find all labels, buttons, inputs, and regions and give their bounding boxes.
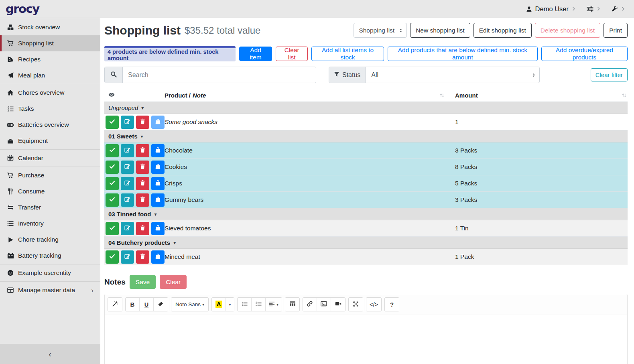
- main-content: Shopping list $35.52 total value Shoppin…: [100, 18, 634, 364]
- group-label: Ungrouped: [108, 104, 138, 111]
- print-button[interactable]: Print: [604, 23, 628, 38]
- sidebar-item-equipment[interactable]: Equipment: [0, 133, 100, 149]
- new-shopping-list-button[interactable]: New shopping list: [410, 23, 470, 38]
- sidebar-item-calendar[interactable]: Calendar: [0, 150, 100, 166]
- font-color-caret-button[interactable]: ▾: [226, 298, 234, 311]
- status-select[interactable]: All: [366, 67, 539, 83]
- row-add-to-stock-button[interactable]: [151, 177, 165, 190]
- product-column-header[interactable]: Product / Note: [165, 92, 450, 99]
- ordered-list-button[interactable]: [252, 298, 266, 311]
- sidebar-item-label: Consume: [18, 188, 45, 195]
- row-done-button[interactable]: [106, 116, 119, 129]
- row-done-button[interactable]: [106, 177, 119, 190]
- sidebar-item-example-userentity[interactable]: Example userentity: [0, 265, 100, 281]
- sidebar-item-purchase[interactable]: Purchase: [0, 167, 100, 183]
- row-done-button[interactable]: [106, 193, 119, 207]
- insert-table-button[interactable]: [285, 298, 299, 311]
- insert-link-button[interactable]: [303, 298, 317, 311]
- row-add-to-stock-button[interactable]: [151, 116, 165, 129]
- row-delete-button[interactable]: [136, 177, 149, 190]
- row-add-to-stock-button[interactable]: [151, 222, 165, 235]
- row-actions: [104, 116, 165, 129]
- style-magic-button[interactable]: [108, 298, 122, 311]
- sidebar-item-stock-overview[interactable]: Stock overview: [0, 19, 100, 35]
- sidebar-item-manage-master-data[interactable]: Manage master data›: [0, 282, 100, 298]
- page-subtitle: $35.52 total value: [185, 25, 260, 36]
- unordered-list-button[interactable]: [238, 298, 252, 311]
- sidebar-item-transfer[interactable]: Transfer: [0, 199, 100, 216]
- sidebar-item-chores-overview[interactable]: Chores overview: [0, 85, 100, 101]
- row-add-to-stock-button[interactable]: [151, 193, 165, 207]
- code-view-button[interactable]: </>: [366, 298, 381, 311]
- table-header: Product / Note Amount: [104, 89, 628, 102]
- list-icon: [6, 220, 14, 227]
- add-all-to-stock-button[interactable]: Add all list items to stock: [311, 47, 384, 61]
- font-family-button[interactable]: Noto Sans ▾: [171, 298, 208, 311]
- clear-list-button[interactable]: Clear list: [276, 47, 308, 61]
- row-done-button[interactable]: [106, 161, 119, 174]
- row-edit-button[interactable]: [121, 177, 134, 190]
- row-edit-button[interactable]: [121, 116, 134, 129]
- group-header-row[interactable]: Ungrouped▾: [104, 102, 628, 114]
- sidebar-item-meal-plan[interactable]: Meal plan: [0, 67, 100, 83]
- row-delete-button[interactable]: [136, 222, 149, 235]
- row-add-to-stock-button[interactable]: [151, 144, 165, 157]
- add-overdue-button[interactable]: Add overdue/expired products: [541, 47, 628, 61]
- notes-save-button[interactable]: Save: [130, 275, 156, 289]
- notes-clear-button[interactable]: Clear: [160, 275, 187, 289]
- admin-menu[interactable]: [612, 6, 625, 12]
- row-edit-button[interactable]: [121, 193, 134, 207]
- row-add-to-stock-button[interactable]: [151, 161, 165, 174]
- clear-formatting-button[interactable]: [154, 298, 168, 311]
- notes-textarea[interactable]: [105, 315, 627, 364]
- editor-help-button[interactable]: ?: [385, 298, 399, 311]
- group-header-row[interactable]: 01 Sweets▾: [104, 130, 628, 142]
- video-icon: [335, 301, 341, 308]
- edit-shopping-list-button[interactable]: Edit shopping list: [473, 23, 532, 38]
- settings-menu[interactable]: [587, 6, 601, 12]
- group-header-row[interactable]: 04 Butchery products▾: [104, 237, 628, 249]
- delete-shopping-list-button[interactable]: Delete shopping list: [535, 23, 600, 38]
- row-done-button[interactable]: [106, 144, 119, 157]
- row-delete-button[interactable]: [136, 193, 149, 207]
- row-edit-button[interactable]: [121, 161, 134, 174]
- row-done-button[interactable]: [106, 222, 119, 235]
- row-edit-button[interactable]: [121, 144, 134, 157]
- clear-filter-button[interactable]: Clear filter: [591, 68, 628, 81]
- font-color-button[interactable]: A: [212, 298, 226, 311]
- sidebar-item-chore-tracking[interactable]: Chore tracking: [0, 232, 100, 248]
- sidebar-item-inventory[interactable]: Inventory: [0, 216, 100, 232]
- sidebar-item-shopping-list[interactable]: Shopping list: [0, 35, 100, 51]
- insert-video-button[interactable]: [331, 298, 345, 311]
- fullscreen-button[interactable]: [349, 298, 363, 311]
- row-delete-button[interactable]: [136, 144, 149, 157]
- bold-button[interactable]: B: [126, 298, 140, 311]
- sidebar-item-battery-tracking[interactable]: Battery tracking: [0, 248, 100, 264]
- shopping-list-select[interactable]: Shopping list: [354, 23, 407, 38]
- add-item-button[interactable]: Add item: [239, 47, 272, 61]
- underline-button[interactable]: U: [140, 298, 154, 311]
- paragraph-align-button[interactable]: ▾: [266, 298, 282, 311]
- user-menu[interactable]: Demo User: [526, 5, 576, 13]
- row-edit-button[interactable]: [121, 250, 134, 264]
- min-stock-alert[interactable]: 4 products are below defined min. stock …: [104, 46, 236, 61]
- row-done-button[interactable]: [106, 250, 119, 264]
- search-input[interactable]: [123, 67, 316, 83]
- insert-picture-button[interactable]: [317, 298, 331, 311]
- row-delete-button[interactable]: [136, 116, 149, 129]
- row-edit-button[interactable]: [121, 222, 134, 235]
- home-icon: [6, 89, 14, 96]
- sidebar-item-tasks[interactable]: Tasks: [0, 101, 100, 117]
- group-header-row[interactable]: 03 Tinned food▾: [104, 208, 628, 220]
- row-add-to-stock-button[interactable]: [151, 250, 165, 264]
- sidebar-collapse-button[interactable]: ‹: [0, 344, 100, 364]
- row-delete-button[interactable]: [136, 161, 149, 174]
- sidebar-item-batteries-overview[interactable]: Batteries overview: [0, 117, 100, 133]
- sidebar-item-recipes[interactable]: Recipes: [0, 51, 100, 67]
- check-icon: [109, 180, 115, 187]
- sidebar-item-consume[interactable]: Consume: [0, 183, 100, 199]
- amount-column-header[interactable]: Amount: [450, 92, 628, 99]
- add-below-min-stock-button[interactable]: Add products that are below defined min.…: [388, 47, 538, 61]
- wrench-icon: [612, 6, 618, 12]
- row-delete-button[interactable]: [136, 250, 149, 264]
